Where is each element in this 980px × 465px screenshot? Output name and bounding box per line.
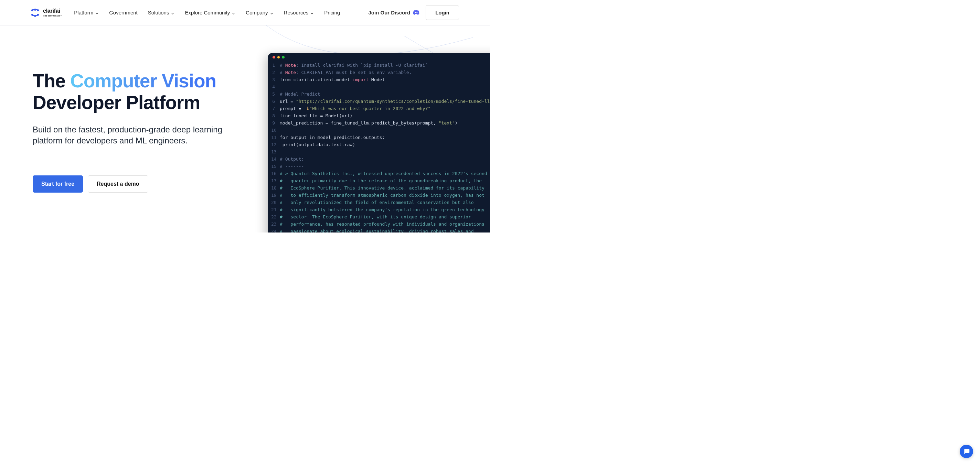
logo[interactable]: clarifai The World's AI™ (31, 8, 62, 17)
nav-label: Government (109, 10, 138, 16)
nav-label: Explore Community (185, 10, 230, 16)
chevron-down-icon (270, 11, 274, 14)
chevron-down-icon (95, 11, 99, 14)
nav-resources[interactable]: Resources (284, 10, 314, 16)
request-demo-button[interactable]: Request a demo (88, 175, 148, 193)
title-highlight: Computer Vision (70, 70, 216, 92)
main-nav: Platform Government Solutions Explore Co… (74, 10, 340, 16)
logo-name: clarifai (43, 8, 62, 14)
nav-platform[interactable]: Platform (74, 10, 99, 16)
discord-link[interactable]: Join Our Discord (368, 9, 420, 16)
logo-mark-icon (31, 8, 41, 17)
nav-label: Platform (74, 10, 93, 16)
nav-government[interactable]: Government (109, 10, 138, 16)
nav-solutions[interactable]: Solutions (148, 10, 175, 16)
chevron-down-icon (171, 11, 175, 14)
window-chrome (268, 53, 490, 62)
hero-subtitle: Build on the fastest, production-grade d… (33, 124, 236, 146)
nav-label: Solutions (148, 10, 169, 16)
hero-title: The Computer Vision Developer Platform (33, 70, 256, 114)
hero-section: The Computer Vision Developer Platform B… (0, 25, 490, 193)
login-button[interactable]: Login (426, 5, 459, 20)
nav-label: Pricing (324, 10, 340, 16)
window-maximize-icon (282, 56, 285, 59)
title-suffix: Developer Platform (33, 92, 200, 113)
discord-label: Join Our Discord (368, 10, 410, 16)
code-window: 1 2 3 4 5 6 7 8 9 10 11 12 13 14 15 16 1… (268, 53, 490, 233)
nav-explore-community[interactable]: Explore Community (185, 10, 235, 16)
nav-label: Resources (284, 10, 309, 16)
chevron-down-icon (310, 11, 314, 14)
nav-label: Company (246, 10, 268, 16)
logo-tagline: The World's AI™ (43, 14, 62, 17)
nav-pricing[interactable]: Pricing (324, 10, 340, 16)
code-block: 1 2 3 4 5 6 7 8 9 10 11 12 13 14 15 16 1… (268, 62, 490, 233)
discord-icon (413, 9, 420, 16)
nav-company[interactable]: Company (246, 10, 273, 16)
chevron-down-icon (232, 11, 235, 14)
header: clarifai The World's AI™ Platform Govern… (0, 0, 490, 25)
title-prefix: The (33, 70, 70, 92)
start-free-button[interactable]: Start for free (33, 175, 83, 193)
window-minimize-icon (277, 56, 280, 59)
window-close-icon (272, 56, 275, 59)
